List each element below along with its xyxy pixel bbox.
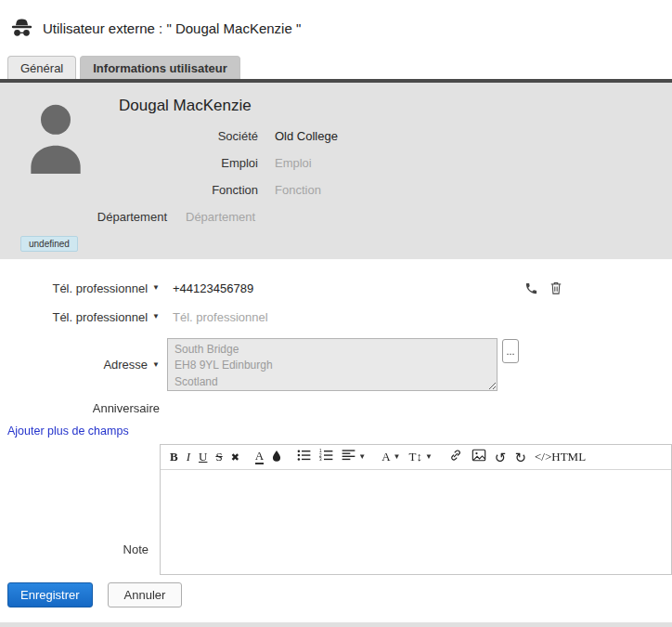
phone1-actions bbox=[524, 281, 562, 295]
droplet-icon bbox=[272, 450, 281, 465]
paragraph-align-button[interactable]: ▼ bbox=[338, 447, 369, 467]
address-row: Adresse ▼ South Bridge EH8 9YL Edinburgh… bbox=[0, 338, 672, 391]
page-header: Utilisateur externe : " Dougal MacKenzie… bbox=[0, 0, 672, 56]
profile-fields: Dougal MacKenzie Société Old College Emp… bbox=[119, 96, 665, 203]
svg-text:3: 3 bbox=[319, 457, 322, 462]
address-textarea[interactable]: South Bridge EH8 9YL Edinburgh Scotland bbox=[167, 338, 498, 391]
chevron-down-icon: ▼ bbox=[152, 313, 160, 320]
chevron-down-icon: ▼ bbox=[152, 361, 160, 369]
chevron-down-icon: ▼ bbox=[358, 453, 366, 461]
function-field[interactable]: Fonction bbox=[275, 183, 321, 197]
strikethrough-button[interactable]: S bbox=[212, 448, 226, 466]
highlight-color-button[interactable] bbox=[268, 448, 285, 467]
address-label: Adresse bbox=[103, 358, 148, 372]
html-view-button[interactable]: </>HTML bbox=[531, 448, 589, 466]
numbered-list-icon: 123 bbox=[319, 449, 333, 465]
phone2-type-select[interactable]: Tél. professionnel ▼ bbox=[0, 310, 160, 324]
page-title: Utilisateur externe : " Dougal MacKenzie… bbox=[43, 20, 301, 36]
department-label: Département bbox=[7, 210, 167, 224]
insert-link-button[interactable] bbox=[445, 447, 467, 467]
external-user-icon bbox=[9, 16, 34, 41]
unordered-list-button[interactable] bbox=[293, 447, 315, 467]
cancel-button[interactable]: Annuler bbox=[108, 582, 183, 607]
birthday-label: Anniversaire bbox=[0, 401, 160, 415]
external-user-page: Utilisateur externe : " Dougal MacKenzie… bbox=[0, 0, 672, 627]
clear-format-button[interactable]: ✖ bbox=[227, 450, 243, 465]
phone2-type-label: Tél. professionnel bbox=[52, 310, 148, 324]
department-row: Département Département bbox=[7, 203, 665, 230]
chevron-down-icon: ▼ bbox=[152, 284, 160, 292]
image-icon bbox=[472, 449, 486, 465]
add-more-fields-link[interactable]: Ajouter plus de champs bbox=[7, 425, 129, 438]
bullet-list-icon bbox=[297, 449, 311, 465]
tab-user-info[interactable]: Informations utilisateur bbox=[80, 56, 239, 79]
insert-image-button[interactable] bbox=[468, 447, 490, 467]
phone2-field[interactable]: Tél. professionnel bbox=[173, 310, 268, 324]
department-field[interactable]: Département bbox=[186, 210, 255, 224]
undo-button[interactable]: ↺ bbox=[491, 449, 510, 466]
clear-format-icon: ✖ bbox=[231, 451, 239, 464]
note-label: Note bbox=[0, 444, 160, 575]
call-icon[interactable] bbox=[524, 281, 538, 295]
align-icon bbox=[342, 449, 355, 465]
company-value[interactable]: Old College bbox=[275, 129, 338, 143]
avatar bbox=[26, 98, 85, 179]
delete-icon[interactable] bbox=[549, 281, 562, 295]
address-more-button[interactable]: ... bbox=[502, 339, 519, 363]
tab-general[interactable]: Général bbox=[7, 56, 76, 79]
user-info-form: Tél. professionnel ▼ +44123456789 bbox=[0, 259, 672, 607]
profile-panel: Dougal MacKenzie Société Old College Emp… bbox=[0, 83, 672, 259]
redo-icon: ↻ bbox=[514, 451, 526, 464]
link-icon bbox=[448, 449, 463, 465]
font-size-button[interactable]: T↕ ▼ bbox=[405, 448, 435, 466]
note-editor-body[interactable] bbox=[161, 470, 671, 574]
function-row: Fonction Fonction bbox=[119, 176, 665, 203]
redo-button[interactable]: ↻ bbox=[510, 449, 530, 466]
note-editor: B I U S ✖ A bbox=[160, 444, 672, 575]
job-row: Emploi Emploi bbox=[119, 150, 665, 176]
profile-name: Dougal MacKenzie bbox=[119, 96, 665, 115]
note-block: Note B I U S ✖ A bbox=[0, 444, 672, 575]
chevron-down-icon: ▼ bbox=[394, 453, 401, 461]
text-color-button[interactable]: A bbox=[252, 448, 267, 466]
company-row: Société Old College bbox=[119, 123, 665, 150]
job-label: Emploi bbox=[119, 156, 258, 170]
phone2-row: Tél. professionnel ▼ Tél. professionnel bbox=[0, 303, 672, 331]
phone1-value[interactable]: +44123456789 bbox=[173, 281, 253, 295]
ordered-list-button[interactable]: 123 bbox=[316, 447, 337, 467]
save-button[interactable]: Enregistrer bbox=[7, 582, 93, 607]
italic-button[interactable]: I bbox=[183, 448, 194, 466]
tab-bar: Général Informations utilisateur bbox=[0, 56, 672, 79]
footer-divider bbox=[0, 622, 672, 627]
birthday-row: Anniversaire bbox=[0, 397, 672, 419]
chevron-down-icon: ▼ bbox=[425, 453, 433, 461]
font-family-button[interactable]: A ▼ bbox=[378, 448, 404, 466]
phone1-type-select[interactable]: Tél. professionnel ▼ bbox=[0, 281, 160, 295]
undefined-badge: undefined bbox=[20, 236, 78, 252]
underline-button[interactable]: U bbox=[195, 448, 211, 466]
editor-toolbar: B I U S ✖ A bbox=[161, 445, 671, 470]
undo-icon: ↺ bbox=[495, 451, 507, 464]
phone1-row: Tél. professionnel ▼ +44123456789 bbox=[0, 274, 672, 302]
address-type-select[interactable]: Adresse ▼ bbox=[0, 358, 160, 372]
phone1-type-label: Tél. professionnel bbox=[52, 281, 148, 295]
function-label: Fonction bbox=[119, 183, 258, 197]
job-field[interactable]: Emploi bbox=[275, 156, 312, 170]
company-label: Société bbox=[119, 129, 258, 143]
form-actions: Enregistrer Annuler bbox=[0, 575, 672, 607]
bold-button[interactable]: B bbox=[166, 448, 182, 466]
